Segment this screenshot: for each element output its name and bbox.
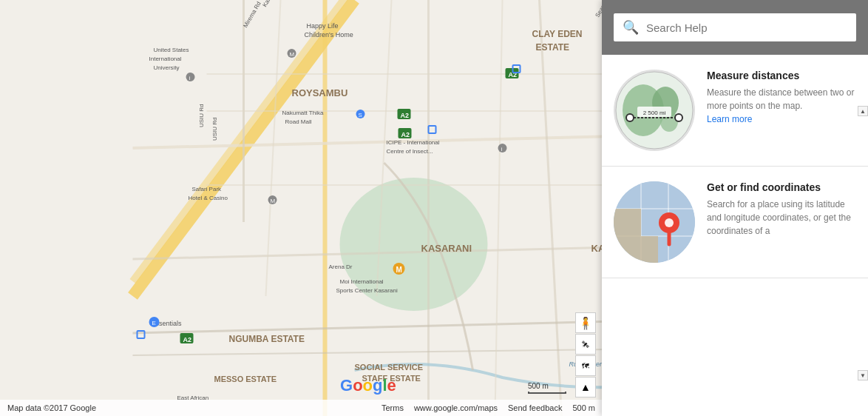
- scale-label: 500 m: [572, 403, 595, 412]
- scroll-down-button[interactable]: ▼: [858, 370, 868, 380]
- help-content[interactable]: 2 500 mi Measure distances Measure the d…: [602, 55, 868, 416]
- pegman-button[interactable]: 🧍: [575, 312, 596, 333]
- svg-text:M: M: [396, 266, 402, 274]
- svg-point-75: [186, 73, 195, 81]
- coordinates-image: [614, 181, 695, 263]
- svg-text:Happy Life: Happy Life: [307, 22, 339, 30]
- map-tools: 🧍 🛰 🗺 ▲: [575, 312, 596, 397]
- svg-text:S: S: [359, 112, 362, 118]
- svg-text:Arena Dr: Arena Dr: [329, 264, 353, 270]
- svg-text:MESSO ESTATE: MESSO ESTATE: [214, 375, 277, 383]
- svg-text:2 500 mi: 2 500 mi: [643, 110, 666, 116]
- help-item-get-coordinates: Get or find coordinates Search for a pla…: [602, 167, 868, 278]
- bottom-bar: Map data ©2017 Google Terms www.google.c…: [0, 400, 603, 416]
- svg-point-85: [626, 114, 634, 121]
- measure-distances-image: 2 500 mi: [614, 70, 695, 151]
- svg-point-86: [675, 114, 682, 121]
- google-logo: Google: [340, 376, 396, 395]
- svg-text:ROYSAMBU: ROYSAMBU: [292, 87, 348, 98]
- measure-distances-text: Measure distances Measure the distance b…: [707, 70, 856, 126]
- map-attribution: Map data ©2017 Google: [7, 403, 96, 412]
- svg-rect-94: [614, 209, 641, 236]
- search-input[interactable]: [646, 21, 847, 34]
- globe-svg: 2 500 mi: [614, 70, 695, 151]
- svg-text:International: International: [149, 56, 182, 62]
- svg-text:ESTATE: ESTATE: [536, 42, 570, 53]
- help-panel: 🔍 ▲: [602, 0, 868, 416]
- terms-link[interactable]: Terms: [382, 403, 404, 412]
- coordinates-svg: [614, 181, 695, 263]
- svg-text:Children's Home: Children's Home: [305, 31, 353, 38]
- scale-bar-container: 500 m: [528, 382, 566, 394]
- collapse-button[interactable]: ▲: [575, 377, 596, 397]
- svg-text:Road Mall: Road Mall: [285, 118, 312, 125]
- svg-text:USIU Rd: USIU Rd: [198, 104, 205, 127]
- svg-text:Sports Center Kasarani: Sports Center Kasarani: [336, 287, 398, 294]
- measure-distances-title: Measure distances: [707, 70, 856, 81]
- svg-text:NGUMBA ESTATE: NGUMBA ESTATE: [229, 334, 305, 344]
- svg-text:A2: A2: [401, 112, 410, 119]
- svg-text:A2: A2: [401, 131, 410, 138]
- measure-distances-link[interactable]: Learn more: [707, 114, 752, 124]
- svg-text:KASARANI: KASARANI: [421, 243, 472, 254]
- scroll-up-button[interactable]: ▲: [858, 106, 868, 116]
- coordinates-desc: Search for a place using its latitude an…: [707, 198, 856, 238]
- coordinates-title: Get or find coordinates: [707, 181, 856, 193]
- feedback-link[interactable]: Send feedback: [508, 403, 562, 412]
- search-box[interactable]: 🔍: [614, 13, 856, 41]
- map-url-link[interactable]: www.google.com/maps: [414, 403, 498, 412]
- svg-text:Hotel & Casino: Hotel & Casino: [189, 195, 228, 201]
- svg-text:Moi International: Moi International: [340, 278, 384, 285]
- svg-text:E: E: [152, 320, 156, 326]
- help-header: 🔍: [602, 0, 868, 55]
- svg-text:SOCIAL SERVICE: SOCIAL SERVICE: [355, 363, 424, 372]
- svg-text:Nakumatt Thika: Nakumatt Thika: [282, 110, 324, 116]
- svg-text:M: M: [290, 51, 295, 58]
- svg-text:Safari Park: Safari Park: [192, 186, 223, 192]
- search-icon: 🔍: [623, 19, 639, 36]
- svg-text:A2: A2: [183, 336, 192, 343]
- svg-point-71: [498, 144, 507, 152]
- svg-text:i: i: [189, 75, 191, 81]
- svg-text:University: University: [154, 64, 180, 71]
- satellite-button[interactable]: 🛰: [575, 334, 596, 355]
- svg-text:Centre of Insect...: Centre of Insect...: [387, 148, 433, 155]
- svg-rect-95: [614, 236, 658, 263]
- svg-text:M: M: [271, 198, 276, 204]
- svg-point-97: [665, 218, 674, 227]
- svg-text:i: i: [501, 146, 503, 152]
- bottom-bar-right: Terms www.google.com/maps Send feedback …: [382, 403, 595, 412]
- svg-text:USIU Rd: USIU Rd: [211, 117, 218, 141]
- svg-text:ICIPE - International: ICIPE - International: [387, 139, 440, 146]
- measure-distances-desc: Measure the distance between two or more…: [707, 86, 856, 126]
- help-item-measure-distances: 2 500 mi Measure distances Measure the d…: [602, 55, 868, 167]
- coordinates-text: Get or find coordinates Search for a pla…: [707, 181, 856, 238]
- svg-text:CLAY EDEN: CLAY EDEN: [532, 29, 583, 39]
- svg-text:United States: United States: [154, 47, 189, 53]
- terrain-button[interactable]: 🗺: [575, 355, 596, 376]
